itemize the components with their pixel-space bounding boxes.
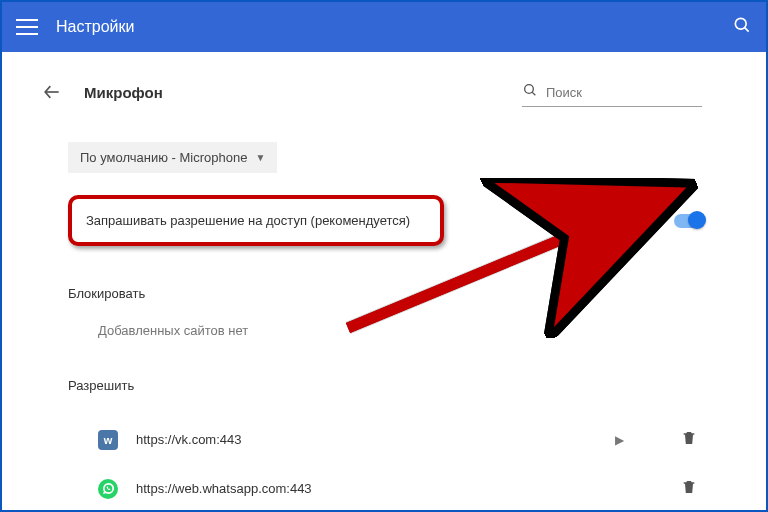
- site-url: https://vk.com:443: [136, 432, 615, 447]
- block-empty-message: Добавленных сайтов нет: [98, 323, 704, 338]
- top-bar: Настройки: [2, 2, 766, 52]
- svg-point-0: [735, 18, 746, 29]
- device-dropdown[interactable]: По умолчанию - Microphone ▼: [68, 142, 277, 173]
- permission-label: Запрашивать разрешение на доступ (рекоме…: [86, 213, 410, 228]
- svg-line-1: [745, 28, 749, 32]
- app-title: Настройки: [56, 18, 134, 36]
- page-title: Микрофон: [84, 84, 163, 101]
- permission-toggle[interactable]: [674, 214, 704, 228]
- site-url: https://web.whatsapp.com:443: [136, 481, 615, 496]
- svg-point-3: [525, 85, 534, 94]
- search-field[interactable]: [522, 82, 702, 107]
- chevron-right-icon[interactable]: ▶: [615, 433, 624, 447]
- vk-icon: w: [98, 430, 118, 450]
- dropdown-label: По умолчанию - Microphone: [80, 150, 247, 165]
- permission-ask-row: Запрашивать разрешение на доступ (рекоме…: [68, 195, 444, 246]
- whatsapp-icon: [98, 479, 118, 499]
- back-icon[interactable]: [42, 82, 62, 102]
- list-item[interactable]: w https://vk.com:443 ▶: [68, 415, 704, 464]
- block-section-label: Блокировать: [68, 286, 704, 301]
- allow-site-list: w https://vk.com:443 ▶ https://web.whats…: [68, 415, 704, 512]
- delete-icon[interactable]: [674, 478, 704, 499]
- search-icon: [522, 82, 538, 102]
- search-icon[interactable]: [732, 15, 752, 39]
- delete-icon[interactable]: [674, 429, 704, 450]
- svg-line-4: [532, 92, 535, 95]
- menu-icon[interactable]: [16, 19, 38, 35]
- search-input[interactable]: [546, 85, 702, 100]
- allow-section-label: Разрешить: [68, 378, 704, 393]
- list-item[interactable]: https://web.whatsapp.com:443 ▶: [68, 464, 704, 512]
- chevron-down-icon: ▼: [255, 152, 265, 163]
